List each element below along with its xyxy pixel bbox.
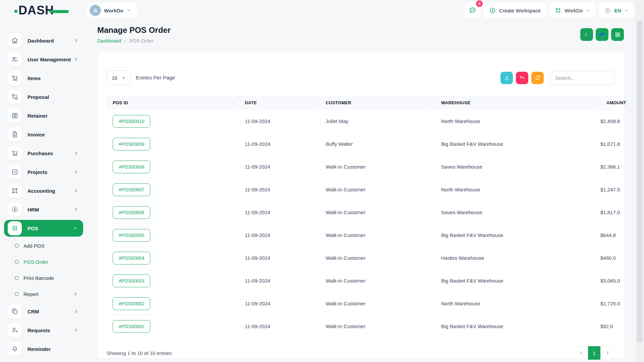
pos-id-link[interactable]: #POS00009 bbox=[113, 138, 150, 150]
pos-id-link[interactable]: #POS00001 bbox=[113, 320, 150, 333]
search-input[interactable] bbox=[550, 71, 614, 85]
google-drive-icon bbox=[583, 31, 590, 38]
breadcrumb-separator-icon: › bbox=[124, 38, 126, 44]
pos-id-link[interactable]: #POS00002 bbox=[113, 297, 150, 310]
column-header-amount[interactable]: AMOUNT bbox=[600, 100, 632, 105]
table-row: #POS00006 11-09-2024 Walk-in Customer Sa… bbox=[107, 201, 614, 224]
pos-id-link[interactable]: #POS00008 bbox=[113, 161, 150, 173]
sidebar-item-retainer[interactable]: Retainer bbox=[4, 109, 83, 123]
sidebar-item-projects[interactable]: Projects bbox=[4, 165, 83, 179]
undo-icon bbox=[519, 75, 525, 81]
sidebar-item-crm[interactable]: CRM bbox=[4, 304, 83, 318]
sidebar-item-requests[interactable]: Requests bbox=[4, 323, 83, 337]
warehouse-cell: Saveo Warehouse bbox=[435, 209, 600, 215]
date-cell: 11-09-2024 bbox=[239, 323, 320, 329]
sidebar-item-dashboard[interactable]: Dashboard bbox=[4, 34, 83, 48]
sidebar-subitem-pos-order[interactable]: POS Order bbox=[4, 256, 83, 267]
sidebar-item-purchases[interactable]: Purchases bbox=[4, 146, 83, 160]
create-workspace-button[interactable]: Create Workspace bbox=[484, 3, 546, 18]
warehouse-cell: North Warehouse bbox=[435, 301, 600, 306]
logo-accent-dot bbox=[14, 10, 17, 13]
sort-icon[interactable]: ↑↓ bbox=[593, 101, 596, 105]
next-page-button[interactable] bbox=[600, 346, 614, 360]
chevron-right-icon bbox=[74, 188, 78, 193]
table-row: #POS00007 11-09-2024 Walk-in Customer No… bbox=[107, 178, 614, 201]
scrollbar-thumb[interactable] bbox=[637, 21, 643, 343]
sort-icon[interactable]: ↑↓ bbox=[313, 101, 315, 105]
sidebar-item-user-management[interactable]: User Management bbox=[4, 52, 83, 66]
globe-icon bbox=[604, 7, 611, 14]
chevron-right-icon bbox=[74, 38, 78, 43]
undo-button[interactable] bbox=[516, 72, 528, 84]
sidebar-item-pos[interactable]: POS bbox=[4, 220, 83, 237]
date-cell: 11-09-2024 bbox=[239, 187, 320, 192]
date-cell: 11-09-2024 bbox=[239, 164, 320, 170]
home-icon bbox=[8, 34, 22, 48]
pos-id-link[interactable]: #POS00007 bbox=[113, 183, 150, 196]
table-footer: Showing 1 to 10 of 10 entries 1 bbox=[107, 346, 614, 360]
grid-view-button[interactable] bbox=[611, 28, 624, 41]
sidebar: Dashboard User Management Items Proposal bbox=[0, 21, 87, 362]
date-cell: 11-09-2024 bbox=[239, 141, 320, 147]
amount-cell: $1,071.8 bbox=[600, 141, 625, 147]
page-number-button[interactable]: 1 bbox=[588, 346, 600, 360]
warehouse-cell: Big Basket F&V Warehouse bbox=[435, 232, 600, 238]
column-header-warehouse[interactable]: WAREHOUSE↑↓ bbox=[435, 100, 600, 105]
pos-id-link[interactable]: #POS00005 bbox=[113, 229, 150, 242]
customer-cell: Walk-in Customer bbox=[320, 209, 435, 215]
sort-icon[interactable]: ↑↓ bbox=[428, 101, 430, 105]
refresh-icon bbox=[535, 75, 541, 81]
pos-id-link[interactable]: #POS00003 bbox=[113, 275, 150, 287]
sidebar-item-accounting[interactable]: Accounting bbox=[4, 184, 83, 198]
chevron-down-icon bbox=[121, 76, 126, 80]
customer-cell: Walk-in Customer bbox=[320, 232, 435, 238]
google-drive-button[interactable] bbox=[580, 28, 593, 41]
amount-cell: $1,725.0 bbox=[600, 301, 625, 306]
workspace-selector[interactable]: WorkDo bbox=[87, 3, 137, 18]
sidebar-item-items[interactable]: Items bbox=[4, 71, 83, 85]
warehouse-cell: Saveo Warehouse bbox=[435, 164, 600, 170]
workdo-menu-button[interactable]: WorkDo bbox=[549, 3, 595, 18]
column-header-date[interactable]: DATE↑↓ bbox=[239, 100, 320, 105]
sidebar-subitem-print-barcode[interactable]: Print Barcode bbox=[4, 272, 83, 284]
chevron-left-icon bbox=[579, 351, 584, 355]
customer-cell: Buffy Walter bbox=[320, 141, 435, 147]
page-scrollbar[interactable] bbox=[636, 0, 644, 362]
save-icon bbox=[8, 109, 22, 123]
grid-plus-icon bbox=[555, 7, 561, 14]
page-header: Manage POS Order Dashboard › POS Order bbox=[97, 25, 624, 44]
pos-id-link[interactable]: #POS00006 bbox=[113, 206, 150, 219]
language-selector[interactable]: EN bbox=[599, 3, 634, 18]
pos-id-link[interactable]: #POS00004 bbox=[113, 252, 150, 264]
download-icon bbox=[504, 75, 510, 81]
export-button[interactable] bbox=[500, 72, 513, 84]
user-plus-icon bbox=[8, 323, 22, 337]
sort-icon[interactable]: ↑↓ bbox=[232, 101, 234, 105]
showing-entries-text: Showing 1 to 10 of 10 entries bbox=[107, 350, 172, 356]
refresh-button[interactable] bbox=[531, 72, 544, 84]
table-row: #POS00010 11-09-2024 Juliet May North Wa… bbox=[107, 110, 614, 133]
column-header-customer[interactable]: CUSTOMER↑↓ bbox=[320, 100, 435, 105]
table-controls: 10 Entries Per Page bbox=[107, 70, 614, 85]
sidebar-item-proposal[interactable]: Proposal bbox=[4, 90, 83, 104]
sidebar-subitem-report[interactable]: Report bbox=[4, 288, 83, 300]
brand-logo[interactable]: DASH bbox=[0, 4, 87, 16]
sidebar-item-reminder[interactable]: Reminder bbox=[4, 342, 83, 356]
sidebar-subitem-add-pos[interactable]: Add POS bbox=[4, 240, 83, 251]
bell-icon bbox=[8, 342, 22, 356]
column-header-pos-id[interactable]: POS ID↑↓ bbox=[107, 100, 239, 105]
customer-cell: Walk-in Customer bbox=[320, 187, 435, 192]
sidebar-item-invoice[interactable]: Invoice bbox=[4, 127, 83, 141]
warehouse-cell: Hasbro Warehouse bbox=[435, 255, 600, 261]
pos-id-link[interactable]: #POS00010 bbox=[113, 115, 150, 128]
amount-cell: $2,366.1 bbox=[600, 164, 625, 170]
chevron-right-icon bbox=[74, 151, 78, 156]
messages-button[interactable]: 0 bbox=[465, 3, 480, 18]
breadcrumb-dashboard-link[interactable]: Dashboard bbox=[97, 38, 121, 44]
entries-per-page-select[interactable]: 10 bbox=[107, 70, 131, 85]
onedrive-button[interactable] bbox=[596, 28, 608, 41]
sidebar-item-hrm[interactable]: HRM bbox=[4, 202, 83, 217]
table-row: #POS00003 11-09-2024 Walk-in Customer Bi… bbox=[107, 269, 614, 292]
previous-page-button[interactable] bbox=[574, 346, 588, 360]
customer-cell: Walk-in Customer bbox=[320, 323, 435, 329]
